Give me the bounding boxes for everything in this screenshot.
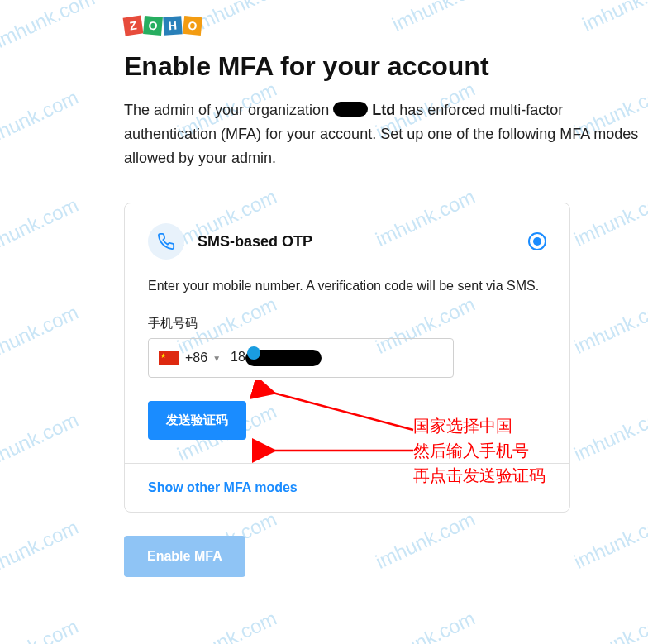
- annotation-line: 然后输入手机号: [413, 438, 546, 463]
- redacted-org-name: [333, 102, 368, 117]
- org-suffix: Ltd: [368, 102, 395, 118]
- redacted-phone: [245, 350, 322, 366]
- send-code-button[interactable]: 发送验证码: [148, 401, 246, 440]
- country-code[interactable]: +86: [185, 351, 207, 365]
- watermark: imhunk.com: [372, 607, 479, 644]
- phone-number-value[interactable]: 18: [231, 350, 322, 366]
- watermark: imhunk.com: [570, 607, 648, 644]
- card-description: Enter your mobile number. A verification…: [148, 276, 546, 296]
- radio-selected-icon[interactable]: [528, 232, 546, 250]
- logo-letter: O: [143, 16, 163, 36]
- annotation-line: 再点击发送验证码: [413, 463, 546, 488]
- watermark: imhunk.com: [0, 615, 82, 644]
- china-flag-icon[interactable]: [159, 351, 179, 365]
- watermark: imhunk.com: [174, 607, 280, 644]
- show-other-modes-link[interactable]: Show other MFA modes: [148, 480, 298, 494]
- zoho-logo: Z O H O: [124, 17, 648, 35]
- logo-letter: H: [163, 16, 182, 35]
- phone-field-label: 手机号码: [148, 316, 546, 332]
- page-title: Enable MFA for your account: [124, 51, 648, 82]
- annotation-text: 国家选择中国 然后输入手机号 再点击发送验证码: [413, 413, 546, 488]
- desc-part1: The admin of your organization: [124, 102, 333, 118]
- annotation-line: 国家选择中国: [413, 413, 546, 438]
- phone-icon: [148, 223, 184, 260]
- card-header[interactable]: SMS-based OTP: [125, 203, 569, 268]
- logo-letter: Z: [123, 16, 144, 36]
- card-title: SMS-based OTP: [198, 233, 312, 250]
- page-description: The admin of your organization Ltd has e…: [124, 98, 648, 169]
- logo-letter: O: [183, 16, 202, 36]
- chevron-down-icon[interactable]: ▼: [212, 354, 221, 363]
- enable-mfa-button[interactable]: Enable MFA: [124, 536, 245, 577]
- phone-input[interactable]: +86 ▼ 18: [148, 338, 454, 378]
